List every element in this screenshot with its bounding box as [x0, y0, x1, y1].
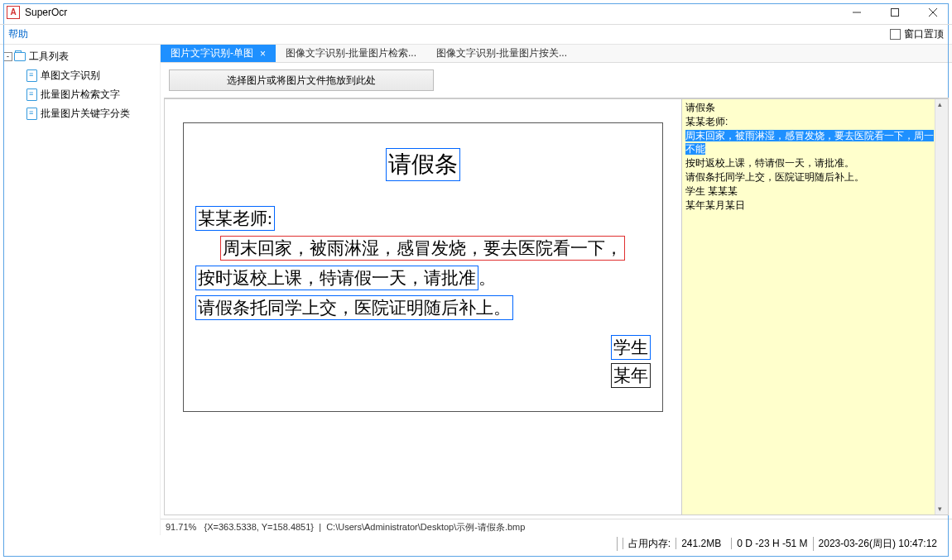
sidebar-item-batch-keyword[interactable]: 批量图片关键字分类	[3, 104, 156, 123]
result-line: 请假条	[685, 101, 935, 115]
pin-checkbox[interactable]	[890, 29, 901, 40]
select-image-button[interactable]: 选择图片或将图片文件拖放到此处	[169, 69, 434, 91]
minimize-button[interactable]	[838, 0, 876, 25]
tab-single-ocr[interactable]: 图片文字识别-单图 ×	[161, 45, 276, 62]
result-text-pane[interactable]: 请假条 某某老师: 周末回家，被雨淋湿，感冒发烧，要去医院看一下，周一不能 按时…	[682, 98, 949, 515]
ocr-box: 某某老师:	[195, 206, 275, 231]
menubar: 帮助 窗口置顶	[0, 25, 952, 45]
result-line: 某年某月某日	[685, 199, 935, 213]
memory-usage: 占用内存:241.2MB	[617, 537, 731, 551]
tab-batch-search[interactable]: 图像文字识别-批量图片检索...	[276, 45, 426, 62]
document-image: 请假条 某某老师: 周末回家，被雨淋湿，感冒发烧，要去医院看一下， 按时返校上课…	[183, 122, 663, 412]
result-line: 学生 某某某	[685, 184, 935, 199]
sidebar-item-label: 单图文字识别	[41, 69, 100, 83]
tab-batch-keyword[interactable]: 图像文字识别-批量图片按关...	[426, 45, 577, 62]
ocr-box: 学生	[611, 335, 651, 360]
pin-label: 窗口置顶	[904, 27, 944, 41]
image-preview-pane[interactable]: 请假条 某某老师: 周末回家，被雨淋湿，感冒发烧，要去医院看一下， 按时返校上课…	[164, 98, 682, 515]
image-status-bar: 91.71% {X=363.5338, Y=158.4851} | C:\Use…	[161, 519, 952, 535]
sidebar-item-batch-search[interactable]: 批量图片检索文字	[3, 85, 156, 104]
doc-icon	[26, 108, 37, 120]
tab-label: 图片文字识别-单图	[171, 46, 253, 60]
cursor-coords: {X=363.5338, Y=158.4851}	[204, 522, 314, 532]
result-line: 按时返校上课，特请假一天，请批准。	[685, 156, 935, 170]
window-status-bar: 占用内存:241.2MB 0 D -23 H -51 M 2023-03-26(…	[10, 535, 942, 552]
app-icon: A	[7, 6, 20, 19]
tabs: 图片文字识别-单图 × 图像文字识别-批量图片检索... 图像文字识别-批量图片…	[161, 45, 952, 63]
result-line: 请假条托同学上交，医院证明随后补上。	[685, 170, 935, 184]
maximize-button[interactable]	[876, 0, 914, 25]
titlebar: A SuperOcr	[0, 0, 952, 25]
result-line-selected: 周末回家，被雨淋湿，感冒发烧，要去医院看一下，周一不能	[685, 130, 934, 156]
svg-rect-1	[892, 9, 899, 17]
tree-collapse-icon[interactable]: -	[3, 52, 12, 61]
ocr-box: 某年	[611, 363, 651, 388]
result-line: 某某老师:	[685, 115, 935, 129]
sidebar: - 工具列表 单图文字识别 批量图片检索文字 批量图片关键字分类	[0, 45, 160, 535]
sidebar-item-single-ocr[interactable]: 单图文字识别	[3, 66, 156, 85]
app-title: SuperOcr	[25, 7, 67, 18]
tree-root[interactable]: - 工具列表	[3, 50, 156, 64]
content-area: 图片文字识别-单图 × 图像文字识别-批量图片检索... 图像文字识别-批量图片…	[160, 45, 952, 535]
tree-root-label: 工具列表	[29, 50, 69, 64]
doc-icon	[26, 69, 37, 82]
ocr-box: 请假条	[386, 148, 460, 181]
ocr-box: 请假条托同学上交，医院证明随后补上。	[195, 295, 513, 320]
doc-icon	[26, 89, 37, 101]
ocr-box: 按时返校上课，特请假一天，请批准	[195, 266, 478, 290]
tab-label: 图像文字识别-批量图片按关...	[436, 46, 567, 60]
zoom-level: 91.71%	[166, 522, 196, 532]
tab-label: 图像文字识别-批量图片检索...	[286, 46, 416, 60]
close-icon[interactable]: ×	[260, 48, 266, 60]
file-path: C:\Users\Administrator\Desktop\示例-请假条.bm…	[326, 522, 525, 532]
help-menu[interactable]: 帮助	[8, 27, 28, 41]
sidebar-item-label: 批量图片检索文字	[41, 88, 120, 102]
folder-icon	[14, 52, 26, 61]
scrollbar[interactable]	[935, 99, 948, 515]
ocr-box-selected: 周末回家，被雨淋湿，感冒发烧，要去医院看一下，	[220, 236, 625, 261]
countdown: 0 D -23 H -51 M	[731, 538, 812, 549]
datetime: 2023-03-26(周日) 10:47:12	[813, 537, 942, 551]
close-button[interactable]	[914, 0, 952, 25]
sidebar-item-label: 批量图片关键字分类	[41, 107, 130, 121]
upload-label: 选择图片或将图片文件拖放到此处	[227, 74, 376, 88]
workspace: 请假条 某某老师: 周末回家，被雨淋湿，感冒发烧，要去医院看一下， 按时返校上课…	[164, 98, 949, 515]
